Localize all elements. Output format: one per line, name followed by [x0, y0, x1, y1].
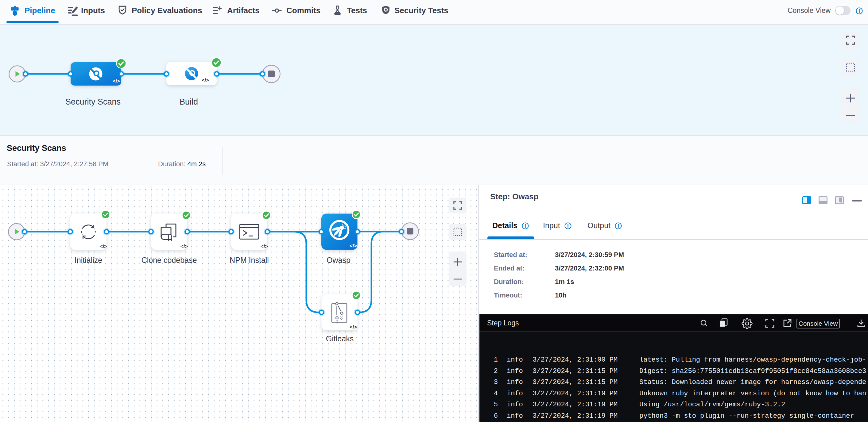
svg-text:</>: </>	[113, 78, 120, 84]
svg-text:</>: </>	[181, 244, 188, 249]
svg-text:</>: </>	[350, 243, 357, 249]
svg-text:</>: </>	[350, 324, 357, 330]
svg-text:</>: </>	[100, 244, 107, 249]
svg-text:</>: </>	[202, 77, 209, 83]
svg-text:</>: </>	[260, 244, 268, 249]
